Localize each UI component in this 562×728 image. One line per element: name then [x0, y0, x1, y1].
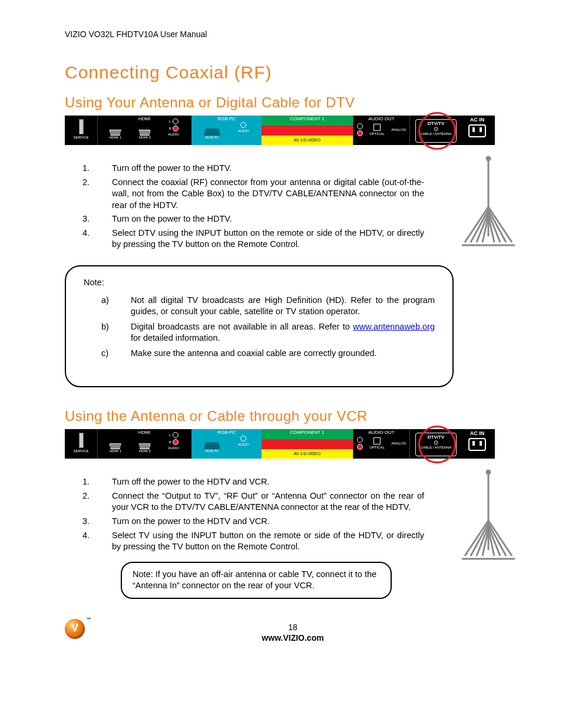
note-panel: Note: a)Not all digital TV broadcasts ar…	[65, 265, 454, 387]
svg-point-12	[487, 470, 490, 474]
hdmi-audio-label: AUDIO	[168, 133, 179, 136]
rear-panel-diagram-2: SERVICE HDMI HDMI 1 HDMI 2 L R AUDIO RGB…	[65, 429, 495, 459]
note-b-pre: Digital broadcasts are not available in …	[131, 322, 353, 331]
svg-line-17	[488, 521, 512, 556]
optical-label: OPTICAL	[369, 132, 385, 136]
service-label: SERVICE	[65, 136, 97, 139]
ac-in-label: AC IN	[459, 430, 495, 436]
rgb-audio-label: AUDIO	[238, 129, 249, 133]
analog-label: ANALOG	[391, 128, 406, 131]
section2-subtitle: Using the Antenna or Cable through your …	[65, 408, 521, 424]
rear-panel-diagram: SERVICE HDMI HDMI 1 HDMI 2 L R AUDIO RGB…	[65, 116, 495, 145]
av-label: AV 1/S-VIDEO	[262, 136, 353, 145]
svg-point-1	[487, 157, 490, 160]
note-item: a)Not all digital TV broadcasts are High…	[101, 295, 435, 318]
page-number: 18	[65, 622, 521, 632]
hdmi2-label: HDMI 2	[138, 449, 150, 453]
list-item: 4.Select DTV using the INPUT button on t…	[82, 228, 424, 251]
dtv-tv-connector: DTV/TV ⊙ CABLE / ANTENNA	[415, 433, 457, 456]
note-item: c)Make sure the antenna and coaxial cabl…	[101, 348, 435, 360]
list-item: 2.Connect the “Output to TV”, “RF Out” o…	[82, 490, 424, 513]
hdmi1-label: HDMI 1	[110, 136, 121, 139]
list-item: 1.Turn off the power to the HDTV and VCR…	[82, 476, 424, 488]
component-label: COMPONENT 1	[262, 116, 353, 121]
manual-header: VIZIO VO32L FHDTV10A User Manual	[65, 29, 521, 39]
section1-steps: 1.Turn off the power to the HDTV. 2.Conn…	[65, 163, 424, 251]
small-note-panel: Note: If you have an off-air antenna or …	[121, 562, 392, 599]
hdmi1-label: HDMI 1	[110, 449, 121, 453]
rgb-port-label: RGB PC	[204, 136, 220, 139]
vizio-logo-icon: V	[65, 619, 85, 639]
ac-in-label: AC IN	[459, 117, 495, 123]
note-item: b) Digital broadcasts are not available …	[101, 321, 435, 344]
trademark-icon: ™	[86, 617, 91, 622]
list-item: 3.Turn on the power to the HDTV.	[82, 213, 424, 225]
svg-line-2	[465, 207, 488, 242]
hdmi2-label: HDMI 2	[138, 136, 150, 139]
rgb-label: RGB PC	[191, 429, 262, 435]
list-item: 2.Connect the coaxial (RF) connector fro…	[82, 177, 424, 212]
svg-line-13	[465, 521, 488, 556]
service-label: SERVICE	[65, 449, 97, 453]
section1-subtitle: Using Your Antenna or Digital Cable for …	[65, 94, 521, 111]
rgb-label: RGB PC	[191, 116, 262, 121]
note-b-post: for detailed information.	[131, 333, 220, 342]
hdmi-r: R	[168, 127, 171, 130]
page-title: Connecting Coaxial (RF)	[65, 62, 521, 83]
hdmi-l: L	[169, 120, 171, 123]
svg-line-6	[488, 207, 512, 242]
list-item: 3.Turn on the power to the HDTV and VCR.	[82, 516, 424, 528]
antenna-icon	[456, 467, 521, 574]
list-item: 4.Select TV using the INPUT button on th…	[82, 530, 424, 553]
footer-site: www.VIZIO.com	[65, 633, 521, 643]
cable-antenna-label: CABLE / ANTENNA	[416, 132, 456, 136]
section2-steps: 1.Turn off the power to the HDTV and VCR…	[65, 476, 424, 552]
note-label: Note:	[84, 277, 435, 289]
dtv-tv-connector: DTV/TV ⊙ CABLE / ANTENNA	[415, 119, 457, 143]
antennaweb-link[interactable]: www.antennaweb.org	[353, 322, 435, 331]
list-item: 1.Turn off the power to the HDTV.	[82, 163, 424, 174]
antenna-icon	[456, 154, 521, 260]
